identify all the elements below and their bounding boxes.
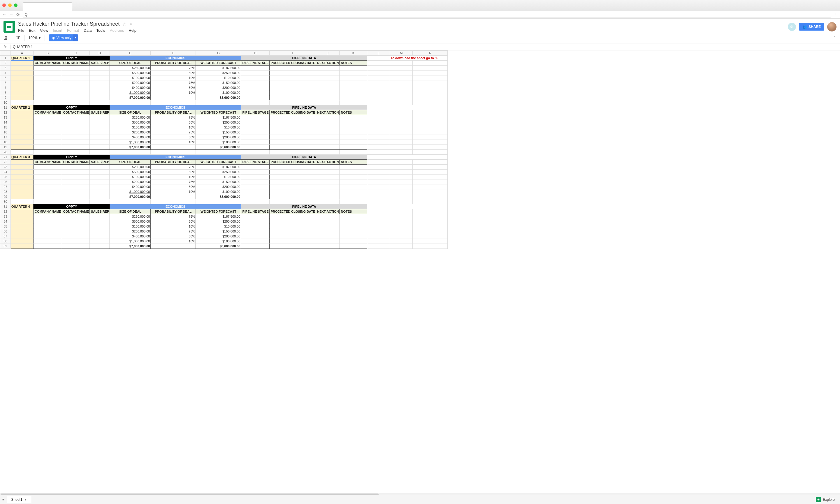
subhdr-company[interactable]: COMPANY NAME bbox=[34, 160, 62, 165]
cell[interactable] bbox=[390, 184, 413, 190]
cell[interactable] bbox=[367, 219, 390, 224]
cell-size[interactable]: $400,000.00 bbox=[110, 135, 151, 140]
cell[interactable] bbox=[367, 125, 390, 130]
cell[interactable] bbox=[34, 175, 62, 179]
cell[interactable] bbox=[11, 140, 34, 145]
cell[interactable] bbox=[90, 80, 110, 85]
cell-prob[interactable]: 10% bbox=[151, 125, 196, 130]
cell[interactable] bbox=[367, 194, 390, 199]
cell[interactable] bbox=[269, 140, 316, 145]
cell[interactable] bbox=[413, 160, 448, 165]
cell[interactable] bbox=[269, 194, 316, 199]
cell-forecast[interactable]: $187,500.00 bbox=[196, 214, 241, 219]
cell[interactable] bbox=[62, 190, 89, 194]
cell[interactable] bbox=[316, 71, 340, 75]
section-pipeline[interactable]: PIPELINE DATA bbox=[241, 155, 367, 160]
subhdr-contact[interactable]: CONTACT NAME bbox=[62, 60, 89, 66]
cell[interactable] bbox=[241, 190, 269, 194]
cell[interactable] bbox=[241, 66, 269, 71]
cell[interactable] bbox=[34, 244, 62, 249]
cell[interactable] bbox=[316, 66, 340, 71]
cell[interactable] bbox=[367, 115, 390, 120]
col-header[interactable]: H bbox=[241, 51, 269, 56]
cell[interactable] bbox=[316, 219, 340, 224]
cell[interactable] bbox=[413, 165, 448, 169]
cell[interactable] bbox=[269, 80, 316, 85]
cell[interactable] bbox=[367, 234, 390, 239]
cell[interactable] bbox=[11, 175, 34, 179]
cell[interactable] bbox=[413, 209, 448, 214]
row-header[interactable]: 12 bbox=[0, 110, 11, 115]
cell[interactable] bbox=[316, 190, 340, 194]
cell[interactable] bbox=[269, 239, 316, 244]
cell[interactable] bbox=[340, 194, 367, 199]
subhdr-contact[interactable]: CONTACT NAME bbox=[62, 209, 89, 214]
cell[interactable] bbox=[269, 184, 316, 190]
cell[interactable] bbox=[90, 115, 110, 120]
cell-total-forecast[interactable]: $3,600,000.00 bbox=[196, 95, 241, 100]
row-header[interactable]: 38 bbox=[0, 239, 11, 244]
cell[interactable] bbox=[90, 165, 110, 169]
cell[interactable] bbox=[367, 204, 390, 209]
cell[interactable] bbox=[413, 75, 448, 80]
cell[interactable] bbox=[269, 75, 316, 80]
cell[interactable] bbox=[367, 244, 390, 249]
cell[interactable] bbox=[269, 90, 316, 95]
cell-size[interactable]: $200,000.00 bbox=[110, 229, 151, 234]
cell[interactable] bbox=[11, 85, 34, 90]
cell[interactable] bbox=[340, 95, 367, 100]
cell[interactable] bbox=[269, 135, 316, 140]
cell[interactable] bbox=[367, 71, 390, 75]
cell[interactable] bbox=[340, 234, 367, 239]
row-header[interactable]: 7 bbox=[0, 85, 11, 90]
cell[interactable] bbox=[269, 130, 316, 135]
doc-title[interactable]: Sales Hacker Pipeline Tracker Spreadshee… bbox=[18, 21, 120, 27]
section-economics[interactable]: ECONOMICS bbox=[110, 155, 241, 160]
subhdr-closing[interactable]: PROJECTED CLOSING DATE bbox=[269, 60, 316, 66]
section-economics[interactable]: ECONOMICS bbox=[110, 105, 241, 110]
cell[interactable] bbox=[90, 145, 110, 150]
row-header[interactable]: 30 bbox=[0, 199, 11, 204]
move-folder-icon[interactable]: ✧ bbox=[129, 21, 133, 27]
cell[interactable] bbox=[390, 160, 413, 165]
minimize-window-icon[interactable] bbox=[8, 3, 12, 7]
row-header[interactable]: 32 bbox=[0, 209, 11, 214]
subhdr-notes[interactable]: NOTES bbox=[340, 160, 367, 165]
cell-forecast[interactable]: $150,000.00 bbox=[196, 130, 241, 135]
cell[interactable] bbox=[90, 66, 110, 71]
cell[interactable] bbox=[241, 239, 269, 244]
cell[interactable] bbox=[413, 244, 448, 249]
row-header[interactable]: 21 bbox=[0, 155, 11, 160]
filter-icon[interactable]: ⧩ bbox=[16, 35, 20, 40]
subhdr-size[interactable]: SIZE OF DEAL bbox=[110, 160, 151, 165]
row-header[interactable]: 31 bbox=[0, 204, 11, 209]
cell[interactable] bbox=[11, 120, 34, 125]
browser-menu-icon[interactable]: ⋮ bbox=[834, 13, 838, 17]
cell[interactable] bbox=[390, 209, 413, 214]
row-header[interactable]: 9 bbox=[0, 95, 11, 100]
cell-prob[interactable]: 75% bbox=[151, 66, 196, 71]
cell-prob[interactable]: 10% bbox=[151, 224, 196, 229]
menu-tools[interactable]: Tools bbox=[96, 28, 105, 33]
cell[interactable] bbox=[62, 135, 89, 140]
cell-prob[interactable]: 50% bbox=[151, 169, 196, 175]
cell[interactable] bbox=[390, 199, 413, 204]
cell-forecast[interactable]: $200,000.00 bbox=[196, 184, 241, 190]
cell[interactable] bbox=[241, 80, 269, 85]
row-header[interactable]: 39 bbox=[0, 244, 11, 249]
subhdr-stage[interactable]: PIPELINE STAGE bbox=[241, 160, 269, 165]
cell[interactable] bbox=[413, 100, 448, 105]
cell[interactable] bbox=[90, 75, 110, 80]
cell[interactable] bbox=[34, 150, 62, 155]
cell[interactable] bbox=[367, 56, 390, 60]
cell[interactable] bbox=[241, 219, 269, 224]
row-header[interactable]: 26 bbox=[0, 179, 11, 184]
cell[interactable] bbox=[413, 95, 448, 100]
row-header[interactable]: 27 bbox=[0, 184, 11, 190]
row-header[interactable]: 29 bbox=[0, 194, 11, 199]
cell[interactable] bbox=[390, 234, 413, 239]
row-header[interactable]: 20 bbox=[0, 150, 11, 155]
cell-forecast[interactable]: $250,000.00 bbox=[196, 71, 241, 75]
cell[interactable] bbox=[340, 190, 367, 194]
cell[interactable] bbox=[367, 184, 390, 190]
